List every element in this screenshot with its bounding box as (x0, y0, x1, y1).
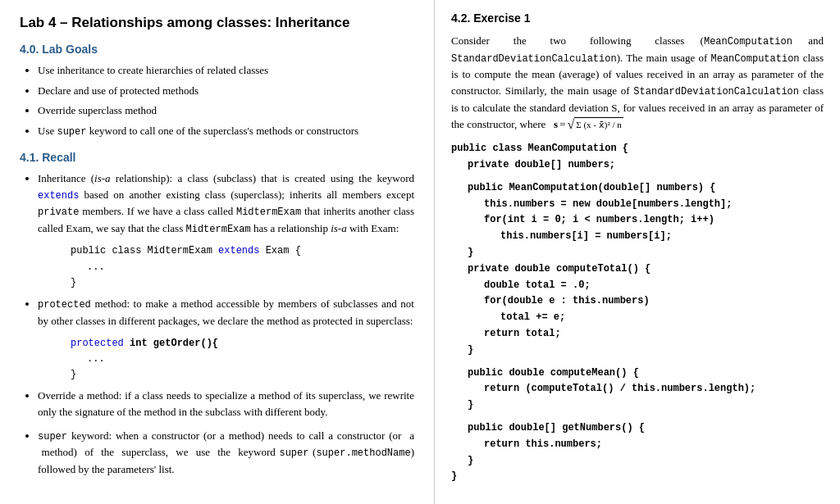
blank-line (451, 414, 824, 420)
code-line: this.numbers = new double[numbers.length… (451, 197, 824, 213)
code-line: public MeanComputation(double[] numbers)… (451, 180, 824, 197)
super-keyword2: super (279, 447, 308, 459)
std-dev-code: StandardDeviationCalculation (451, 53, 617, 65)
list-item-override: Override a method: if a class needs to s… (38, 388, 414, 420)
super-keyword: super (38, 431, 67, 443)
code-line: public class MidtermExam extends Exam { (71, 243, 414, 259)
section-lab-goals: 4.0. Lab Goals Use inheritance to create… (20, 43, 414, 139)
code-line: return (computeTotal() / this.numbers.le… (451, 381, 824, 397)
code-line: } (71, 275, 414, 291)
list-item: Use inheritance to create hierarchies of… (38, 62, 414, 79)
code-line: } (451, 245, 824, 261)
code-line: public class MeanComputation { (451, 141, 824, 157)
mean-computation-code: MeanComputation (704, 36, 792, 48)
exercise-heading: 4.2. Exercise 1 (451, 11, 824, 25)
code-line: public double[] getNumbers() { (451, 420, 824, 437)
code-line: ... (71, 260, 414, 275)
java-code-block: public class MeanComputation { private d… (451, 141, 824, 485)
protected-keyword: protected (38, 299, 91, 311)
code-line: return this.numbers; (451, 437, 824, 453)
protected-code-block: protected int getOrder(){ ... } (71, 336, 414, 384)
list-item: Override superclass method (38, 102, 414, 119)
midtermexam-code2: MidtermExam (186, 224, 251, 235)
code-line: } (71, 367, 414, 383)
main-title: Lab 4 – Relationships among classes: Inh… (20, 15, 414, 31)
code-line: protected int getOrder(){ (71, 336, 414, 352)
private-keyword: private (38, 207, 79, 218)
list-item-protected: protected method: to make a method acces… (38, 296, 414, 383)
code-line: for(double e : this.numbers) (451, 293, 824, 310)
code-line: private double computeTotal() { (451, 261, 824, 278)
super-method-code: super.methodName (316, 447, 410, 459)
list-item-inheritance: Inheritance (is-a relationship): a class… (38, 170, 414, 291)
stddev-code-inline: StandardDeviationCalculation (633, 86, 799, 98)
inheritance-text: Inheritance (is-a relationship): a class… (38, 170, 414, 238)
code-line: ... (71, 352, 414, 367)
code-line: } (451, 453, 824, 470)
section-recall-heading: 4.1. Recall (20, 151, 414, 164)
code-line: private double[] numbers; (451, 157, 824, 174)
protected-text: protected method: to make a method acces… (38, 296, 414, 329)
super-text: super keyword: when a constructor (or a … (38, 428, 414, 478)
midtermexam-code: MidtermExam (236, 207, 301, 218)
formula: s = √Σ (x - x̄)² / n (554, 116, 623, 133)
code-line: } (451, 469, 824, 485)
sqrt-symbol: √ (568, 118, 575, 131)
right-panel: 4.2. Exercise 1 Consider the two followi… (435, 0, 840, 504)
section-goals-heading: 4.0. Lab Goals (20, 43, 414, 56)
blank-line (451, 174, 824, 180)
extends-keyword: extends (38, 190, 79, 202)
code-line: for(int i = 0; i < numbers.length; i++) (451, 212, 824, 229)
code-line: } (451, 343, 824, 359)
override-text: Override a method: if a class needs to s… (38, 388, 414, 420)
code-line: public double computeMean() { (451, 366, 824, 382)
recall-list: Inheritance (is-a relationship): a class… (38, 170, 414, 478)
bold-code: int getOrder(){ (130, 338, 218, 349)
code-line: total += e; (451, 310, 824, 326)
sqrt-content: Σ (x - x̄)² / n (574, 117, 623, 132)
is-a-italic: is-a (94, 172, 111, 184)
code-line: return total; (451, 326, 824, 343)
code-line: double total = .0; (451, 278, 824, 294)
extends-kw: extends (218, 245, 259, 257)
left-panel: Lab 4 – Relationships among classes: Inh… (0, 0, 435, 504)
inline-code: super (57, 126, 86, 138)
is-a-italic2: is-a (331, 222, 347, 234)
list-item: Declare and use of protected methods (38, 83, 414, 99)
mean-code-inline: MeanComputation (711, 53, 800, 65)
list-item: Use super keyword to call one of the sup… (38, 123, 414, 139)
protected-kw: protected (71, 338, 124, 349)
blank-line (451, 359, 824, 366)
code-line: this.numbers[i] = numbers[i]; (451, 229, 824, 245)
midterm-code-block: public class MidtermExam extends Exam { … (71, 243, 414, 291)
code-line: } (451, 397, 824, 414)
sqrt-container: √Σ (x - x̄)² / n (568, 117, 623, 132)
list-item-super: super keyword: when a constructor (or a … (38, 428, 414, 478)
goals-list: Use inheritance to create hierarchies of… (38, 62, 414, 139)
section-recall: 4.1. Recall Inheritance (is-a relationsh… (20, 151, 414, 478)
exercise-description: Consider the two following classes (Mean… (451, 33, 824, 133)
